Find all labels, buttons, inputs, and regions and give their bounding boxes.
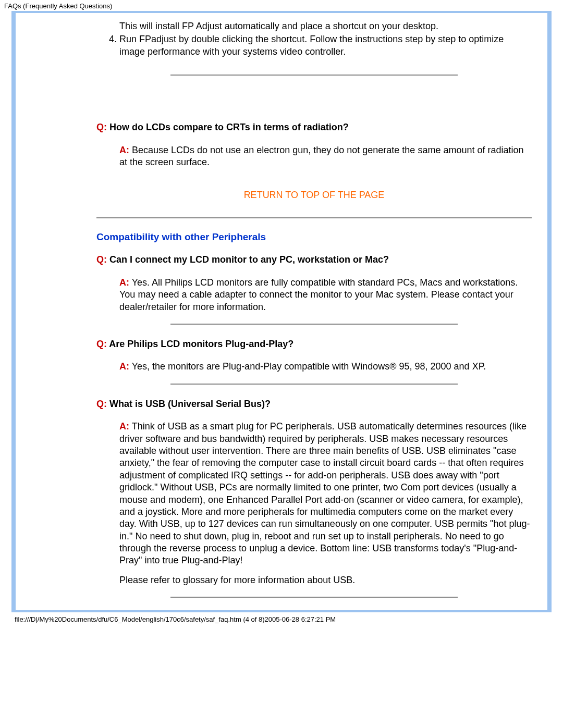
answer-radiation: A: Because LCDs do not use an electron g… — [119, 144, 532, 169]
section-divider — [96, 217, 532, 218]
step-3: Run FPadjust by double clicking the shor… — [119, 33, 532, 58]
divider — [170, 597, 458, 598]
a-usb-para2: Please refer to glossary for more inform… — [119, 574, 532, 586]
question-connect: Q: Can I connect my LCD monitor to any P… — [96, 254, 532, 266]
q-label: Q: — [96, 254, 107, 265]
content-frame: This will install FP Adjust automaticall… — [11, 11, 552, 612]
return-to-top-link[interactable]: RETURN TO TOP OF THE PAGE — [244, 190, 385, 200]
a-usb-text: Think of USB as a smart plug for PC peri… — [119, 421, 530, 565]
q-pnp-text: Are Philips LCD monitors Plug-and-Play? — [107, 339, 293, 349]
q-label: Q: — [96, 399, 107, 409]
answer-pnp: A: Yes, the monitors are Plug-and-Play c… — [119, 361, 532, 373]
question-pnp: Q: Are Philips LCD monitors Plug-and-Pla… — [96, 338, 532, 350]
page-header-title: FAQs (Frequently Asked Questions) — [0, 0, 563, 11]
q-connect-text: Can I connect my LCD monitor to any PC, … — [107, 254, 389, 265]
divider — [170, 324, 458, 325]
a-label: A: — [119, 277, 129, 288]
divider — [170, 384, 458, 385]
a-label: A: — [119, 361, 129, 372]
a-radiation-text: Because LCDs do not use an electron gun,… — [119, 145, 524, 167]
a-label: A: — [119, 145, 129, 155]
install-steps-list: This will install FP Adjust automaticall… — [96, 20, 532, 58]
section-compat-heading: Compatibility with other Peripherals — [96, 231, 532, 244]
q-label: Q: — [96, 339, 107, 349]
return-to-top: RETURN TO TOP OF THE PAGE — [96, 189, 532, 201]
a-connect-text: Yes. All Philips LCD monitors are fully … — [119, 277, 518, 312]
question-usb: Q: What is USB (Universal Serial Bus)? — [96, 398, 532, 410]
a-label: A: — [119, 421, 129, 431]
q-radiation-text: How do LCDs compare to CRTs in terms of … — [107, 122, 349, 132]
a-pnp-text: Yes, the monitors are Plug-and-Play comp… — [129, 361, 486, 372]
footer-file-path: file:///D|/My%20Documents/dfu/C6_Model/e… — [0, 612, 563, 626]
q-label: Q: — [96, 122, 107, 132]
content-body: This will install FP Adjust automaticall… — [16, 13, 547, 610]
answer-connect: A: Yes. All Philips LCD monitors are ful… — [119, 277, 532, 313]
answer-usb: A: Think of USB as a smart plug for PC p… — [119, 421, 532, 586]
q-usb-text: What is USB (Universal Serial Bus)? — [107, 399, 271, 409]
divider — [170, 75, 458, 76]
step-2-continuation: This will install FP Adjust automaticall… — [110, 20, 532, 32]
question-radiation: Q: How do LCDs compare to CRTs in terms … — [96, 121, 532, 133]
